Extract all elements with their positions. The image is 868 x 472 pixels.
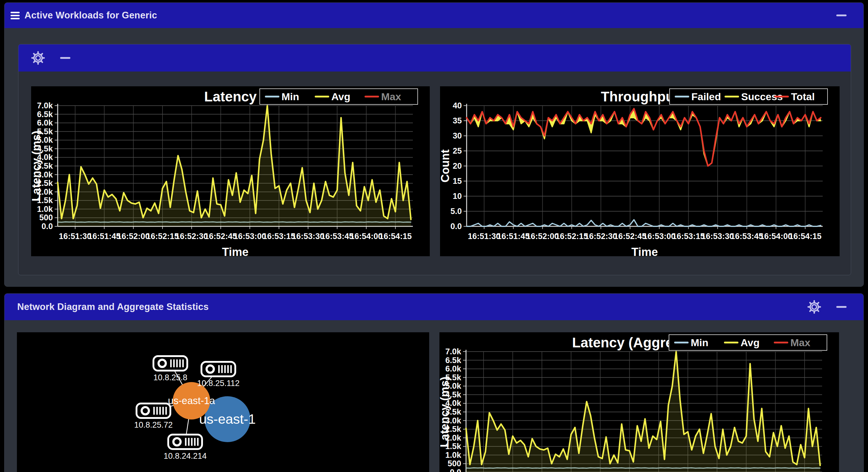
latency-chart-box: 16:51:3016:51:4516:52:0016:52:1516:52:30… [31,86,430,256]
svg-text:0.0: 0.0 [450,222,462,231]
svg-text:25: 25 [453,146,462,156]
svg-text:10.8.24.214: 10.8.24.214 [164,451,207,461]
host-node[interactable]: 10.8.25.72 [134,404,173,430]
svg-text:16:54:00: 16:54:00 [760,232,792,241]
svg-text:Latency (ms): Latency (ms) [439,377,451,447]
svg-text:15: 15 [453,176,462,186]
workload-subpanel-header [19,44,851,71]
svg-text:Latency: Latency [204,89,257,104]
minimize-icon[interactable] [60,57,70,59]
svg-text:0.0: 0.0 [41,222,53,231]
svg-text:Throughput: Throughput [601,89,679,104]
svg-text:16:52:45: 16:52:45 [205,232,237,241]
network-diagram[interactable]: us-east-1us-east-1a10.8.25.810.8.25.1121… [17,332,429,472]
latency-chart[interactable]: 16:51:3016:51:4516:52:0016:52:1516:52:30… [31,86,430,256]
svg-text:40: 40 [453,101,462,110]
svg-text:0.0: 0.0 [450,468,461,472]
svg-text:6.5k: 6.5k [445,356,462,365]
host-node[interactable]: 10.8.25.112 [197,362,240,388]
svg-text:7.0k: 7.0k [37,101,53,110]
svg-text:Time: Time [631,246,658,256]
svg-text:16:52:15: 16:52:15 [555,232,588,241]
svg-text:30: 30 [453,131,462,140]
svg-text:16:53:00: 16:53:00 [234,232,266,241]
svg-text:us-east-1: us-east-1 [199,411,256,427]
throughput-chart-box: 16:51:3016:51:4516:52:0016:52:1516:52:30… [440,86,840,256]
svg-text:500: 500 [39,213,53,222]
host-node[interactable]: 10.8.24.214 [164,435,207,461]
svg-text:16:53:30: 16:53:30 [292,232,324,241]
svg-text:16:51:45: 16:51:45 [88,232,121,241]
aggregate-latency-chart-box: 16:51:3016:51:4516:52:0016:52:1516:52:30… [439,332,839,472]
svg-text:16:53:45: 16:53:45 [731,232,763,241]
minimize-icon[interactable] [836,306,846,308]
svg-text:10.8.25.72: 10.8.25.72 [134,420,173,430]
svg-text:Max: Max [381,91,401,102]
svg-text:1.0k: 1.0k [37,205,53,214]
svg-text:16:52:00: 16:52:00 [526,232,559,241]
svg-text:7.0k: 7.0k [445,347,462,356]
svg-text:16:53:00: 16:53:00 [643,232,676,241]
svg-text:16:54:00: 16:54:00 [350,232,383,241]
svg-text:16:52:45: 16:52:45 [614,232,646,241]
svg-text:16:51:45: 16:51:45 [497,232,530,241]
svg-text:16:53:15: 16:53:15 [263,232,296,241]
workload-subpanel: 16:51:3016:51:4516:52:0016:52:1516:52:30… [18,44,851,275]
svg-text:16:53:15: 16:53:15 [672,232,705,241]
svg-text:Min: Min [691,337,709,348]
svg-text:20: 20 [453,162,462,170]
svg-text:6.0k: 6.0k [445,364,462,373]
svg-text:Failed: Failed [691,91,721,102]
svg-text:us-east-1a: us-east-1a [168,395,215,406]
panel-network-aggregate: Network Diagram and Aggregate Statistics… [4,293,864,472]
svg-text:1.0k: 1.0k [445,450,462,460]
network-diagram-box: us-east-1us-east-1a10.8.25.810.8.25.1121… [17,332,429,472]
panel-active-workloads: Active Workloads for Generic [4,2,864,287]
svg-text:Avg: Avg [331,91,350,102]
svg-text:Avg: Avg [741,337,760,348]
panel-title: Network Diagram and Aggregate Statistics [17,302,209,312]
svg-text:16:52:15: 16:52:15 [146,232,179,241]
svg-text:Total: Total [791,91,815,102]
svg-text:16:51:30: 16:51:30 [468,232,500,241]
svg-text:10.8.25.8: 10.8.25.8 [153,373,188,382]
svg-text:16:52:30: 16:52:30 [175,232,208,241]
svg-text:10: 10 [453,192,462,201]
svg-text:Count: Count [440,149,452,182]
panel-title: Active Workloads for Generic [25,10,157,21]
svg-text:Latency (ms): Latency (ms) [31,131,42,201]
menu-icon[interactable] [10,12,20,19]
svg-text:16:52:00: 16:52:00 [117,232,150,241]
host-node[interactable]: 10.8.25.8 [153,356,188,382]
svg-text:35: 35 [453,116,462,125]
panel-active-workloads-header: Active Workloads for Generic [4,3,864,28]
gear-icon[interactable] [807,300,821,314]
aggregate-latency-chart[interactable]: 16:51:3016:51:4516:52:0016:52:1516:52:30… [439,332,839,472]
svg-text:16:54:15: 16:54:15 [789,232,822,241]
svg-text:16:53:45: 16:53:45 [321,232,353,241]
svg-text:16:51:30: 16:51:30 [59,232,92,241]
svg-text:16:54:15: 16:54:15 [379,232,412,241]
svg-text:6.0k: 6.0k [37,118,53,127]
gear-icon[interactable] [31,51,45,65]
svg-text:6.5k: 6.5k [37,110,53,119]
svg-text:Time: Time [222,246,249,256]
throughput-chart[interactable]: 16:51:3016:51:4516:52:0016:52:1516:52:30… [440,86,840,256]
svg-text:10.8.25.112: 10.8.25.112 [197,379,240,388]
svg-text:Min: Min [281,91,299,102]
svg-text:16:53:30: 16:53:30 [701,232,734,241]
svg-text:5.0: 5.0 [450,207,462,216]
dashboard-page: { "colors": { "header_blue": "#1d18a8", … [0,0,868,472]
svg-text:16:52:30: 16:52:30 [584,232,617,241]
minimize-icon[interactable] [836,14,846,16]
panel-network-header: Network Diagram and Aggregate Statistics [4,294,864,320]
svg-text:500: 500 [447,459,461,468]
svg-text:Max: Max [790,337,810,348]
